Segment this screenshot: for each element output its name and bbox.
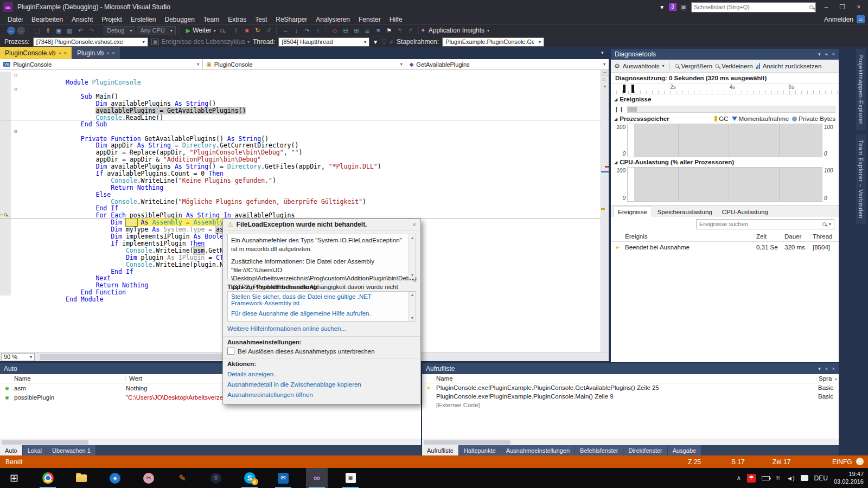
clock[interactable]: 19:47 03.02.2016 xyxy=(834,471,864,486)
feedback-icon[interactable]: ▣ xyxy=(681,3,687,11)
breakpoint-margin[interactable] xyxy=(0,106,11,113)
event-row[interactable]: ► Beendet bei Ausnahme 0,31 Se 320 ms [8… xyxy=(611,242,839,253)
fold-toggle-icon[interactable]: ⊟ xyxy=(11,72,21,78)
toolbar-misc-icon[interactable]: ↱ xyxy=(406,27,416,35)
thread-filter-icon[interactable]: ▼ xyxy=(373,39,378,45)
action-link[interactable]: Details anzeigen... xyxy=(227,371,416,377)
debug-window-tab[interactable]: Haltepunkte xyxy=(459,445,501,455)
solution-platform-dropdown[interactable]: Any CPU▾ xyxy=(137,26,175,35)
taskbar-skype[interactable]: S4 xyxy=(239,468,260,488)
volume-icon[interactable]: ◄) xyxy=(787,475,795,481)
solution-config-dropdown[interactable]: Debug▾ xyxy=(104,26,135,35)
toolbar-file-icon[interactable]: ▥ xyxy=(65,27,74,35)
toolbar-misc-icon[interactable]: ≣ xyxy=(363,27,372,35)
close-tab-icon[interactable]: × xyxy=(112,50,114,56)
taskbar-chrome[interactable] xyxy=(37,468,59,488)
breakpoint-margin[interactable] xyxy=(0,169,11,176)
tips-scrollbar[interactable]: ▲▼ xyxy=(409,292,416,321)
feedback-smiley-icon[interactable] xyxy=(856,458,864,465)
auto-hide-tab[interactable]: Team Explorer – Verbinden xyxy=(856,134,866,224)
toolbar-nav-icon[interactable]: ← xyxy=(7,27,15,35)
scroll-up-icon[interactable]: ▲ xyxy=(834,377,838,381)
menu-item[interactable]: Datei xyxy=(3,16,27,23)
breakpoint-margin[interactable] xyxy=(0,183,11,190)
fold-toggle-icon[interactable]: ⊟ xyxy=(11,129,21,134)
notification-count-badge[interactable]: 3 xyxy=(669,3,676,11)
call-stack-horizontal-scrollbar[interactable] xyxy=(422,439,839,445)
toolbar-file-icon[interactable]: ⇧ xyxy=(43,27,53,35)
application-insights-button[interactable]: ✦ Application Insights ▾ xyxy=(420,27,489,34)
close-button[interactable]: × xyxy=(853,3,865,11)
close-tab-icon[interactable]: × xyxy=(64,50,67,56)
toolbar-file-icon[interactable]: ↶ xyxy=(76,27,85,35)
breakpoint-margin[interactable] xyxy=(0,163,11,170)
menu-item[interactable]: Test xyxy=(251,16,271,23)
member-dropdown[interactable]: ◆ GetAvailablePlugins ▾ xyxy=(406,59,609,69)
attach-icon[interactable] xyxy=(220,29,224,33)
breakpoint-margin[interactable] xyxy=(0,219,11,226)
auto-horizontal-scrollbar[interactable] xyxy=(0,439,421,445)
breakpoint-margin[interactable] xyxy=(0,281,11,288)
run-control-icon[interactable]: ↻ xyxy=(253,27,263,35)
column-header-thread[interactable]: Thread xyxy=(810,233,839,240)
quick-launch-search[interactable] xyxy=(691,2,816,12)
column-header-duration[interactable]: Dauer xyxy=(782,233,810,240)
toolbar-nav-icon[interactable]: → xyxy=(17,27,25,35)
breakpoint-margin[interactable] xyxy=(0,246,11,253)
menu-item[interactable]: Bearbeiten xyxy=(27,16,67,23)
action-link[interactable]: Ausnahmedetail in die Zwischenablage kop… xyxy=(227,381,416,388)
sign-in[interactable]: Anmelden ☺ xyxy=(824,15,865,23)
action-link[interactable]: Ausnahmeeinstellungen öffnen xyxy=(227,391,416,398)
run-control-icon[interactable]: ↺ xyxy=(264,27,273,35)
document-tab[interactable]: PluginConsole.vb ▪ × xyxy=(0,47,72,59)
menu-item[interactable]: Fenster xyxy=(354,16,385,23)
breakpoint-margin[interactable] xyxy=(0,190,11,197)
taskbar-app-pink[interactable]: ✂ xyxy=(138,468,159,488)
breakpoint-margin[interactable] xyxy=(0,79,11,86)
events-section-header[interactable]: ◢ Ereignisse xyxy=(611,94,839,104)
stack-frame-dropdown[interactable]: PluginExample.PluginConsole.GetAvailabl▾ xyxy=(442,37,544,47)
tray-expand-icon[interactable]: ∧ xyxy=(737,474,741,481)
diagnostics-tab[interactable]: Ereignisse xyxy=(613,207,652,217)
breakpoint-margin[interactable]: ► xyxy=(0,211,11,218)
menu-item[interactable]: Extras xyxy=(224,16,251,23)
start-button[interactable]: ⊞ xyxy=(3,468,25,488)
document-tab[interactable]: Plugin.vb ▪ × xyxy=(72,47,120,59)
tip-link[interactable]: Für diese Ausnahme die allgemeine Hilfe … xyxy=(231,310,412,317)
menu-item[interactable]: ReSharper xyxy=(271,16,311,23)
breakpoint-margin[interactable] xyxy=(0,274,11,281)
breakpoint-margin[interactable] xyxy=(0,134,11,142)
menu-item[interactable]: Ansicht xyxy=(67,16,97,23)
breakpoint-margin[interactable] xyxy=(0,93,11,100)
restore-button[interactable]: ❐ xyxy=(837,3,848,11)
breakpoint-margin[interactable] xyxy=(0,86,11,93)
breakpoint-margin[interactable] xyxy=(0,120,11,127)
breakpoint-margin[interactable] xyxy=(0,100,11,107)
pin-icon[interactable]: ⌖ xyxy=(825,52,828,57)
avira-icon[interactable]: ☂ xyxy=(747,474,756,483)
taskbar-app-brush[interactable]: ✎ xyxy=(171,468,193,488)
stack-frame-row[interactable]: ► PluginConsole.exe!PluginExample.Plugin… xyxy=(422,383,839,392)
pause-icon[interactable]: ❙❙ xyxy=(614,106,624,112)
taskbar-steam[interactable]: ☉ xyxy=(205,468,227,488)
zoom-out-button[interactable]: Verkleinern xyxy=(722,63,753,69)
watch-tab[interactable]: Überwachen 1 xyxy=(47,445,95,455)
toolbar-misc-icon[interactable]: ↰ xyxy=(395,27,405,35)
breakpoint-margin[interactable] xyxy=(0,226,11,233)
type-dropdown[interactable]: ▣ PluginConsole ▾ xyxy=(203,59,406,69)
menu-item[interactable]: Erstellen xyxy=(126,16,161,23)
breakpoint-margin[interactable] xyxy=(0,149,11,156)
thread-dropdown[interactable]: [8504] Hauptthread▾ xyxy=(278,37,369,47)
watch-tab[interactable]: Auto xyxy=(0,445,22,455)
memory-graph[interactable] xyxy=(627,124,822,157)
breakpoint-margin[interactable] xyxy=(0,176,11,183)
step-icon[interactable]: → xyxy=(281,27,290,35)
breakpoint-margin[interactable] xyxy=(0,204,11,211)
toolbar-misc-icon[interactable]: ◇ xyxy=(330,27,340,35)
menu-item[interactable]: Analysieren xyxy=(311,16,354,23)
toolbar-misc-icon[interactable]: ⚑ xyxy=(385,27,394,35)
pin-icon[interactable]: ⌖ xyxy=(825,366,828,372)
debug-window-tab[interactable]: Ausgabe xyxy=(668,445,701,455)
cpu-section-header[interactable]: ◢ CPU-Auslastung (% aller Prozessoren) xyxy=(611,157,839,167)
breakpoint-margin[interactable] xyxy=(0,127,11,134)
